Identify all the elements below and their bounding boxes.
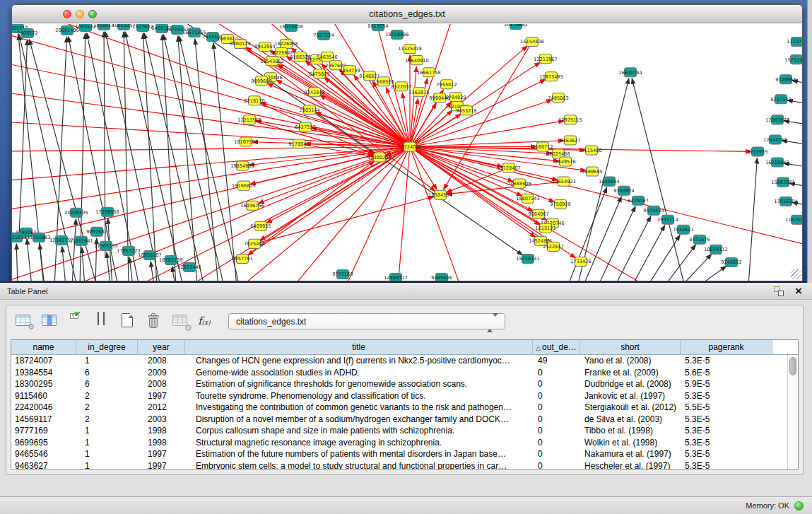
citation-edge-red[interactable] bbox=[410, 146, 802, 257]
cell-name: 18300295 bbox=[11, 378, 76, 390]
tabs-bar-position bbox=[0, 479, 812, 494]
citation-edge-black[interactable] bbox=[82, 247, 85, 281]
citation-edge-black[interactable] bbox=[632, 226, 665, 281]
scrollbar-thumb[interactable] bbox=[789, 357, 796, 375]
cell-short: Nakamura et al. (1997) bbox=[580, 448, 681, 460]
citation-edge-black[interactable] bbox=[124, 32, 129, 281]
create-table-icon[interactable] bbox=[119, 313, 138, 329]
column-header-title[interactable]: title bbox=[185, 340, 533, 354]
table-row[interactable]: 1830029562008Estimation of significance … bbox=[11, 378, 798, 390]
float-panel-icon[interactable] bbox=[774, 286, 784, 296]
citation-edge-black[interactable] bbox=[182, 24, 523, 255]
show-columns-icon[interactable] bbox=[41, 313, 59, 329]
citation-edge-red[interactable] bbox=[250, 146, 410, 184]
column-header-year[interactable]: year bbox=[138, 340, 185, 354]
node-label: 8860124 bbox=[230, 41, 250, 47]
network-window-title: citations_edges.txt bbox=[12, 5, 802, 23]
node-label: 2718170 bbox=[244, 98, 264, 104]
citation-edge-black[interactable] bbox=[19, 35, 77, 281]
vertical-scrollbar[interactable] bbox=[787, 355, 798, 470]
citation-edge-red[interactable] bbox=[12, 24, 410, 146]
citation-edge-black[interactable] bbox=[62, 247, 66, 281]
column-header-name[interactable]: name bbox=[11, 340, 76, 354]
table-row[interactable]: 969969511998Structural magnetic resonanc… bbox=[11, 437, 798, 449]
cytoscape-desktop: citations_edges.txt 16083102405572206914… bbox=[0, 0, 812, 283]
citation-edge-black[interactable] bbox=[143, 33, 157, 281]
cell-year: 1997 bbox=[138, 448, 185, 460]
column-header-in_degree[interactable]: in_degree bbox=[76, 340, 138, 354]
table-row[interactable]: 946554611997Estimation of the future num… bbox=[11, 448, 798, 460]
citation-edge-black[interactable] bbox=[104, 32, 105, 258]
column-header-short[interactable]: short bbox=[580, 340, 681, 354]
cell-name: 9463627 bbox=[11, 460, 76, 471]
node-label: 16782759 bbox=[159, 257, 183, 263]
citation-edge-black[interactable] bbox=[664, 245, 696, 281]
row-height-icon[interactable] bbox=[93, 313, 112, 329]
node-label: 1733426 bbox=[570, 259, 591, 264]
cell-in_degree: 1 bbox=[76, 460, 138, 471]
table-row[interactable]: 911546021997Tourette syndrome. Phenomeno… bbox=[11, 390, 798, 402]
node-label: 10654112 bbox=[704, 247, 728, 252]
citation-edge-black[interactable] bbox=[632, 78, 685, 281]
table-row[interactable]: 946362711997Embryonic stem cells: a mode… bbox=[11, 460, 798, 471]
node-label: 15720407 bbox=[497, 165, 521, 171]
citation-edge-red[interactable] bbox=[12, 146, 410, 250]
citation-edge-black[interactable] bbox=[16, 244, 18, 281]
citation-network-graph[interactable]: 1608310240557220691406106553218595141065… bbox=[12, 24, 802, 281]
citation-edge-black[interactable] bbox=[598, 206, 635, 281]
citation-edge-red[interactable] bbox=[254, 197, 434, 244]
cell-pagerank: 5.3E-5 bbox=[681, 390, 772, 402]
node-label: 8427552 bbox=[295, 124, 315, 130]
table-panel-body: ⚙ ✔ ✔ ✕ f(x) citations_edges.txt namein_… bbox=[6, 305, 804, 475]
node-label: 3915913 bbox=[12, 235, 27, 240]
citation-edge-black[interactable] bbox=[125, 32, 183, 281]
citation-edge-red[interactable] bbox=[12, 119, 410, 146]
table-row[interactable]: 977716911998Corpus callosum shape and si… bbox=[11, 425, 798, 437]
column-header-out_de[interactable]: △out_de… bbox=[533, 340, 580, 354]
node-label: 2405572 bbox=[17, 30, 37, 36]
table-selector-combobox[interactable]: citations_edges.txt bbox=[228, 313, 505, 329]
cell-title: Embryonic stem cells: a model to study s… bbox=[185, 460, 533, 471]
citation-edge-black[interactable] bbox=[72, 219, 76, 281]
table-mode-icon[interactable]: ⚙ bbox=[15, 313, 33, 329]
window-resize-grip[interactable] bbox=[791, 269, 801, 279]
citation-edge-black[interactable] bbox=[647, 235, 680, 281]
citation-edge-red[interactable] bbox=[394, 146, 410, 281]
column-header-pagerank[interactable]: pagerank bbox=[681, 340, 772, 354]
table-row[interactable]: 1938455462009Genome-wide association stu… bbox=[11, 367, 798, 379]
table-row[interactable]: 1872400712008Changes of HCN gene express… bbox=[11, 355, 798, 367]
close-panel-icon[interactable]: × bbox=[795, 284, 802, 299]
citation-edge-black[interactable] bbox=[179, 36, 240, 281]
network-canvas[interactable]: 1608310240557220691406106553218595141065… bbox=[12, 24, 802, 281]
citation-edge-red[interactable] bbox=[12, 24, 410, 146]
cell-out_de: 0 bbox=[533, 378, 580, 390]
table-row[interactable]: 1456911722003Disruption of a novel membe… bbox=[11, 414, 798, 426]
cell-out_de: 0 bbox=[533, 448, 580, 460]
node-label: 9245652 bbox=[721, 259, 741, 265]
cell-out_de: 0 bbox=[533, 402, 580, 414]
node-label: 19218986 bbox=[385, 32, 409, 37]
cell-name: 18724007 bbox=[11, 355, 76, 367]
network-window-titlebar[interactable]: citations_edges.txt bbox=[12, 5, 802, 23]
citation-edge-black[interactable] bbox=[748, 158, 757, 281]
table-row[interactable]: 2242004622012Investigating the contribut… bbox=[11, 402, 798, 414]
citation-edge-black[interactable] bbox=[567, 187, 607, 281]
citation-edge-black[interactable] bbox=[213, 43, 237, 281]
citation-edge-black[interactable] bbox=[195, 39, 218, 281]
citation-edge-red[interactable] bbox=[260, 146, 410, 240]
cell-name: 19384554 bbox=[11, 367, 76, 379]
node-label: 7955812 bbox=[436, 82, 457, 88]
delete-table-icon[interactable] bbox=[146, 313, 164, 329]
memory-status-indicator-icon[interactable] bbox=[794, 501, 804, 510]
node-label: 20876682 bbox=[504, 24, 528, 28]
node-label: 9227343 bbox=[770, 97, 791, 103]
selection-mode-icon[interactable]: ✔ ✔ bbox=[67, 313, 86, 329]
citation-edge-black[interactable] bbox=[40, 244, 45, 281]
citation-edge-black[interactable] bbox=[129, 257, 133, 281]
cell-in_degree: 1 bbox=[76, 437, 138, 449]
function-builder-icon[interactable]: f(x) bbox=[198, 313, 216, 329]
cell-in_degree: 6 bbox=[76, 378, 138, 390]
node-label: 11156863 bbox=[27, 235, 51, 240]
citation-edge-black[interactable] bbox=[107, 252, 110, 281]
citation-edge-black[interactable] bbox=[698, 266, 726, 281]
